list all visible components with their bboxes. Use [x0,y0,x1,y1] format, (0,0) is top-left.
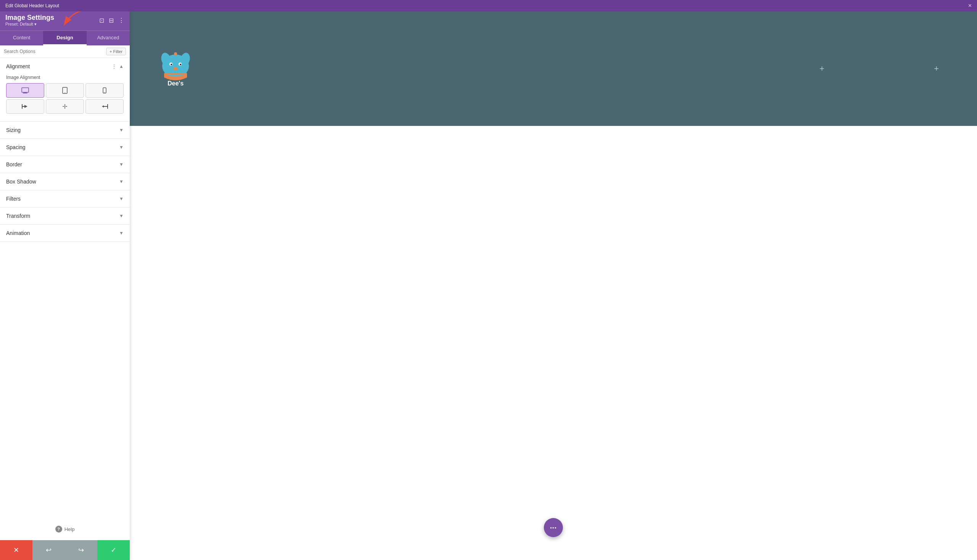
module-preset[interactable]: Preset: Default ▾ [5,22,54,27]
transform-chevron-icon: ▼ [119,213,124,218]
svg-point-24 [174,52,177,55]
sizing-title: Sizing [6,127,21,133]
canvas-body: ●●● [130,126,977,560]
accordion-transform-header[interactable]: Transform ▼ [0,208,130,224]
svg-point-21 [180,64,181,65]
svg-point-22 [173,67,178,70]
fab-button[interactable]: ●●● [544,518,563,537]
svg-marker-14 [102,105,104,108]
align-desktop-btn[interactable] [6,83,44,98]
box-shadow-chevron-icon: ▼ [119,179,124,184]
svg-point-4 [65,92,65,93]
accordion-border-header[interactable]: Border ▼ [0,156,130,173]
animation-chevron-icon: ▼ [119,230,124,236]
accordion-box-shadow: Box Shadow ▼ [0,173,130,190]
border-title: Border [6,162,22,167]
tabs: Content Design Advanced [0,30,130,45]
accordion-transform: Transform ▼ [0,208,130,225]
border-chevron-icon: ▼ [119,162,124,167]
fullscreen-icon[interactable]: ⊡ [99,17,104,24]
box-shadow-title: Box Shadow [6,178,36,185]
module-icons: ⊡ ⊟ ⋮ [99,17,124,24]
align-center-btn[interactable] [46,99,84,114]
fab-icon: ●●● [550,526,557,530]
align-mobile-btn[interactable] [85,83,124,98]
logo-container: Dee's ORGANIC PET FOOD [149,49,202,88]
position-alignment-grid [6,99,124,114]
alignment-menu-icon[interactable]: ⋮ [112,63,117,70]
accordion-box-shadow-header[interactable]: Box Shadow ▼ [0,173,130,190]
accordion-alignment-header[interactable]: Alignment ⋮ ▲ [0,58,130,75]
redo-button[interactable]: ↪ [65,540,97,560]
align-left-btn[interactable] [6,99,44,114]
svg-point-6 [104,92,105,92]
accordion-sizing: Sizing ▼ [0,122,130,139]
accordion-spacing: Spacing ▼ [0,139,130,156]
logo-image: Dee's ORGANIC PET FOOD [149,49,202,88]
search-input[interactable] [4,49,104,54]
window-close-button[interactable]: × [968,2,972,9]
accordion-sizing-header[interactable]: Sizing ▼ [0,122,130,138]
alignment-chevron-icon[interactable]: ▲ [119,64,124,69]
search-bar: + Filter [0,45,130,58]
sidebar: Image Settings Preset: Default ▾ ⊡ ⊟ ⋮ C… [0,12,130,560]
svg-rect-23 [164,73,187,75]
accordion-spacing-header[interactable]: Spacing ▼ [0,139,130,156]
window-title-bar: Edit Global Header Layout × [0,0,977,12]
svg-rect-0 [22,88,28,92]
sizing-chevron-icon: ▼ [119,127,124,133]
undo-button[interactable]: ↩ [32,540,65,560]
align-tablet-btn[interactable] [46,83,84,98]
accordion-animation: Animation ▼ [0,225,130,242]
alignment-title: Alignment [6,63,30,70]
transform-title: Transform [6,213,30,219]
svg-text:Dee's: Dee's [167,80,184,87]
tab-content[interactable]: Content [0,31,43,45]
accordion-alignment: Alignment ⋮ ▲ Image Alignment [0,58,130,122]
filter-button[interactable]: + Filter [106,48,126,55]
help-button[interactable]: ? Help [55,526,75,533]
help-icon: ? [55,526,62,533]
accordion-border: Border ▼ [0,156,130,173]
canvas-add-button-right[interactable]: + [934,64,939,73]
canvas: Dee's ORGANIC PET FOOD + + ●●● [130,12,977,560]
help-label: Help [65,527,75,532]
filters-chevron-icon: ▼ [119,196,124,202]
bottom-action-bar: ✕ ↩ ↪ ✓ [0,540,130,560]
filters-title: Filters [6,196,21,202]
device-alignment-grid [6,83,124,98]
spacing-chevron-icon: ▼ [119,145,124,150]
canvas-add-button-left[interactable]: + [819,64,824,73]
module-header-left: Image Settings Preset: Default ▾ [5,14,54,27]
accordion-filters-header[interactable]: Filters ▼ [0,190,130,207]
module-title: Image Settings [5,14,54,22]
tab-design[interactable]: Design [43,31,86,45]
align-right-btn[interactable] [85,99,124,114]
accordion-animation-header[interactable]: Animation ▼ [0,225,130,242]
cancel-button[interactable]: ✕ [0,540,32,560]
sidebar-footer: ? Help [0,242,130,540]
columns-icon[interactable]: ⊟ [109,17,114,24]
sidebar-content: Alignment ⋮ ▲ Image Alignment [0,58,130,540]
svg-point-20 [170,64,172,65]
window-title: Edit Global Header Layout [5,3,59,8]
alignment-content: Image Alignment [0,75,130,121]
module-header: Image Settings Preset: Default ▾ ⊡ ⊟ ⋮ [0,12,130,30]
more-icon[interactable]: ⋮ [118,17,124,24]
accordion-filters: Filters ▼ [0,190,130,208]
save-button[interactable]: ✓ [97,540,130,560]
canvas-header: Dee's ORGANIC PET FOOD + + [130,12,977,126]
tab-advanced[interactable]: Advanced [87,31,130,45]
image-alignment-label: Image Alignment [6,75,124,80]
spacing-title: Spacing [6,144,25,150]
animation-title: Animation [6,230,30,236]
